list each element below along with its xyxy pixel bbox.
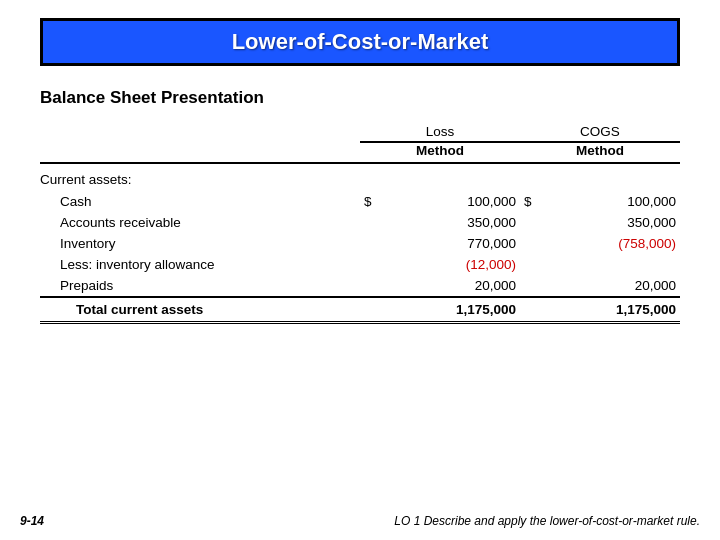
header-loss: Loss [360, 124, 520, 142]
loss-dollar [360, 233, 402, 254]
total-cogs-value: 1,175,000 [562, 297, 680, 323]
table-row: Prepaids20,00020,000 [40, 275, 680, 297]
cogs-value: 100,000 [562, 191, 680, 212]
table-row: Inventory770,000(758,000) [40, 233, 680, 254]
cogs-value: 20,000 [562, 275, 680, 297]
loss-dollar: $ [360, 191, 402, 212]
current-assets-label: Current assets: [40, 163, 680, 191]
row-label: Accounts receivable [40, 212, 360, 233]
table-header-row2: Method Method [40, 142, 680, 163]
table-header-row1: Loss COGS [40, 124, 680, 142]
total-row: Total current assets1,175,0001,175,000 [40, 297, 680, 323]
cogs-value [562, 254, 680, 275]
cogs-dollar [520, 254, 562, 275]
total-label: Total current assets [40, 297, 360, 323]
loss-value: (12,000) [402, 254, 520, 275]
footer-lo-text: LO 1 Describe and apply the lower-of-cos… [394, 514, 700, 528]
cogs-dollar [520, 212, 562, 233]
header-cogs: COGS [520, 124, 680, 142]
row-label: Prepaids [40, 275, 360, 297]
loss-dollar [360, 212, 402, 233]
cogs-value: 350,000 [562, 212, 680, 233]
loss-value: 770,000 [402, 233, 520, 254]
header-loss-method: Method [360, 142, 520, 163]
header-empty2 [40, 142, 360, 163]
balance-sheet-table: Loss COGS Method Method Current assets: [40, 124, 680, 324]
row-label: Inventory [40, 233, 360, 254]
header-cogs-method: Method [520, 142, 680, 163]
table-row: Accounts receivable350,000350,000 [40, 212, 680, 233]
loss-dollar [360, 275, 402, 297]
section-title: Balance Sheet Presentation [40, 88, 680, 108]
section-label-row: Current assets: [40, 163, 680, 191]
page-title: Lower-of-Cost-or-Market [43, 29, 677, 55]
total-loss-value: 1,175,000 [402, 297, 520, 323]
loss-value: 350,000 [402, 212, 520, 233]
row-label: Cash [40, 191, 360, 212]
cogs-value: (758,000) [562, 233, 680, 254]
table-row: Cash$100,000$100,000 [40, 191, 680, 212]
footer: 9-14 LO 1 Describe and apply the lower-o… [0, 514, 720, 528]
cogs-dollar [520, 275, 562, 297]
loss-dollar [360, 254, 402, 275]
loss-value: 100,000 [402, 191, 520, 212]
title-bar: Lower-of-Cost-or-Market [40, 18, 680, 66]
cogs-dollar [520, 233, 562, 254]
table-row: Less: inventory allowance(12,000) [40, 254, 680, 275]
row-label: Less: inventory allowance [40, 254, 360, 275]
footer-page-number: 9-14 [20, 514, 44, 528]
header-empty1 [40, 124, 360, 142]
loss-value: 20,000 [402, 275, 520, 297]
cogs-dollar: $ [520, 191, 562, 212]
